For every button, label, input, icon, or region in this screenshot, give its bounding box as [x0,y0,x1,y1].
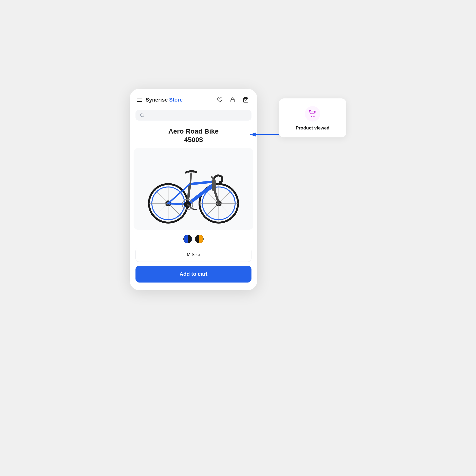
color-swatches [130,235,257,243]
product-viewed-card: Product viewed [279,98,346,137]
product-image-area [134,148,254,230]
brand-name: Synerise Store [146,97,183,103]
brand-store-text: Store [169,97,183,103]
search-icon [140,113,144,118]
header-left: Synerise Store [137,97,183,103]
product-title-section: Aero Road Bike 4500$ [130,125,257,144]
svg-rect-0 [231,100,235,102]
cart-event-icon [308,110,317,118]
product-price: 4500$ [136,136,252,144]
svg-line-41 [212,176,213,180]
header-icons [215,96,250,104]
svg-line-3 [143,116,143,117]
svg-line-37 [190,173,191,184]
svg-point-44 [311,116,312,117]
event-icon-bg [305,106,320,121]
brand-name-text: Synerise [146,97,168,103]
svg-point-47 [315,111,316,112]
event-label: Product viewed [296,125,329,131]
search-bar[interactable] [136,110,252,120]
heart-icon-button[interactable] [215,96,224,104]
size-label: M Size [187,252,200,257]
size-selector[interactable]: M Size [136,248,252,262]
svg-line-27 [190,182,213,184]
add-to-cart-button[interactable]: Add to cart [136,266,252,283]
svg-point-45 [314,116,315,117]
app-header: Synerise Store [130,89,257,108]
svg-rect-35 [193,209,197,210]
phone-mockup: Synerise Store [130,89,257,290]
bike-image [143,153,244,225]
bag-icon-button[interactable] [241,96,250,104]
color-swatch-orange-black[interactable] [195,235,204,243]
product-name: Aero Road Bike [136,127,252,136]
hamburger-menu-icon[interactable] [137,98,142,102]
lock-icon-button[interactable] [228,96,237,104]
color-swatch-blue-black[interactable] [183,235,192,243]
